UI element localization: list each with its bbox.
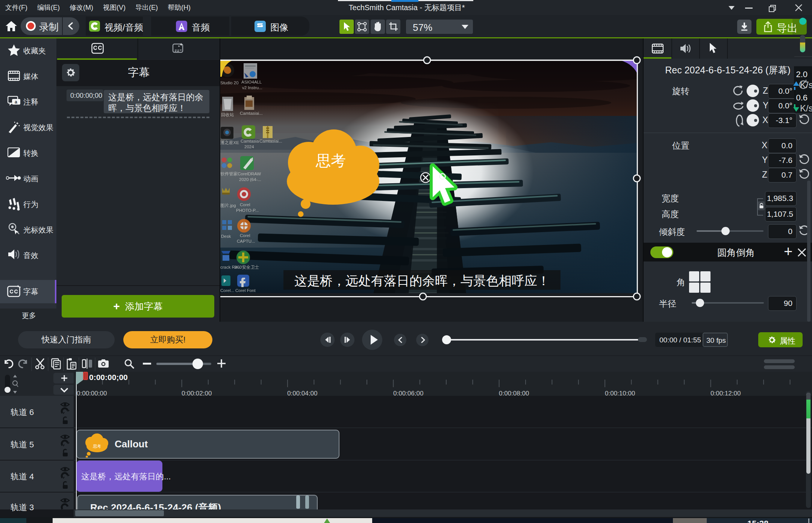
svg-text:潍之星XE: 潍之星XE	[220, 140, 239, 145]
svg-text:2024: 2024	[244, 144, 254, 149]
svg-text:Corel...: Corel...	[220, 288, 234, 293]
svg-text:软件管家: 软件管家	[220, 172, 238, 176]
svg-text:0:00:08;00: 0:00:08;00	[499, 390, 529, 396]
svg-text:回收站: 回收站	[221, 113, 234, 117]
svg-text:思考: 思考	[315, 152, 346, 169]
svg-text:ASIO4ALL: ASIO4ALL	[241, 80, 262, 84]
svg-text:v2 Instru...: v2 Instru...	[242, 85, 262, 90]
svg-text:0:00:12;00: 0:00:12;00	[710, 390, 741, 396]
svg-text:CAPTU...: CAPTU...	[237, 239, 255, 243]
svg-text:Studio 20: Studio 20	[220, 81, 239, 85]
svg-text:这是桥，远处有落日的余晖，与景色相呼应！: 这是桥，远处有落日的余晖，与景色相呼应！	[294, 274, 550, 288]
svg-text:Camtasiai...: Camtasiai...	[240, 111, 263, 116]
svg-text:思考: 思考	[93, 444, 101, 449]
svg-text:CorelDRAW: CorelDRAW	[238, 172, 261, 176]
svg-text:0:00:02;00: 0:00:02;00	[182, 390, 212, 396]
svg-text:Corel Font: Corel Font	[235, 288, 256, 293]
svg-text:0:00:04;00: 0:00:04;00	[287, 390, 317, 396]
svg-text:360安全卫士: 360安全卫士	[235, 265, 259, 269]
svg-text:2020 (64-...: 2020 (64-...	[239, 177, 261, 182]
svg-text:Corel: Corel	[240, 233, 250, 238]
svg-text:Camtasia: Camtasia	[241, 139, 259, 143]
svg-text:0:00:06;00: 0:00:06;00	[393, 390, 423, 396]
svg-text:Corel: Corel	[240, 202, 250, 207]
svg-text:Camtasiai...: Camtasiai...	[259, 139, 282, 143]
svg-text:PHOTO-P...: PHOTO-P...	[236, 208, 259, 213]
svg-text:图片.jpg: 图片.jpg	[220, 203, 236, 208]
svg-text:Desk: Desk	[221, 234, 231, 239]
svg-text:0:00:10;00: 0:00:10;00	[605, 390, 635, 396]
svg-text:a: a	[15, 99, 17, 105]
